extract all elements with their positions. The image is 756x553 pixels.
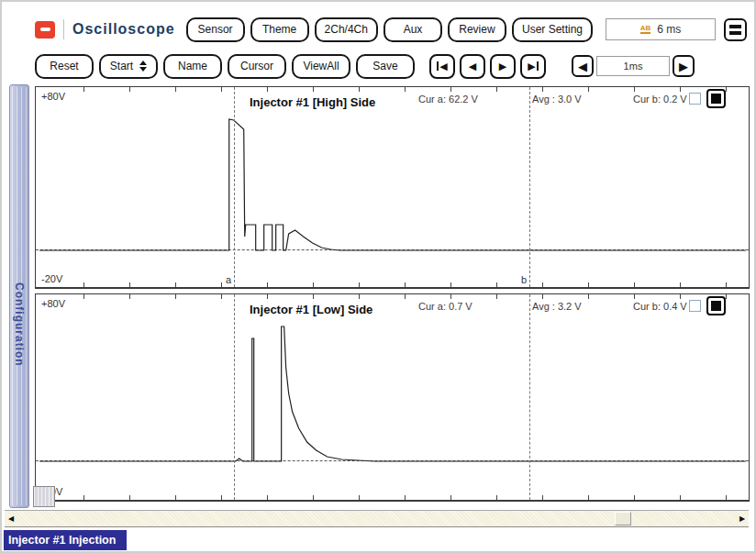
timescale-increase-button[interactable]: ▶: [673, 55, 695, 77]
readout-cur-b: Cur b: 0.4 V: [633, 301, 687, 312]
theme-button[interactable]: Theme: [250, 17, 309, 42]
minimize-dash-icon: [40, 28, 50, 31]
chart-title: Injector #1 [Low] Side: [250, 303, 372, 316]
scroll-thumb[interactable]: [615, 512, 631, 525]
scroll-left-button[interactable]: ◀: [5, 511, 17, 526]
sensor-button[interactable]: Sensor: [186, 17, 245, 42]
scroll-left-icon: ◀: [8, 514, 14, 523]
waveform-low-side: [36, 294, 749, 500]
readout-cur-a: Cur a: 0.7 V: [418, 301, 472, 312]
timescale-decrease-button[interactable]: ◀: [572, 55, 594, 77]
window-title: Oscilloscope: [72, 21, 175, 38]
y-max-label: +80V: [41, 91, 65, 102]
cursor-b-line[interactable]: [529, 294, 530, 500]
step-back-icon: ◀: [469, 61, 476, 72]
sidebar-tab-configuration[interactable]: Configuration: [9, 84, 29, 508]
chart-panel-high-side: +80V -20V Injector #1 [High] Side Cur a:…: [35, 86, 750, 289]
review-button[interactable]: Review: [448, 17, 506, 42]
chart-title: Injector #1 [High] Side: [250, 95, 375, 109]
scroll-right-button[interactable]: ▶: [736, 511, 749, 526]
playback-nav: ◀ ◀ ▶ ▶: [429, 54, 546, 79]
app-icon[interactable]: [35, 21, 55, 39]
corner-grip[interactable]: [33, 486, 55, 507]
oscilloscope-window: Oscilloscope Sensor Theme 2Ch/4Ch Aux Re…: [0, 0, 756, 553]
h-scrollbar[interactable]: ◀ ▶: [5, 510, 749, 527]
chart-area: +80V -20V Injector #1 [High] Side Cur a:…: [35, 86, 750, 510]
skip-to-start-button[interactable]: ◀: [429, 54, 455, 79]
reset-button[interactable]: Reset: [35, 54, 94, 79]
readout-cur-b: Cur b: 0.2 V: [633, 94, 687, 105]
time-display[interactable]: AB 6 ms: [606, 18, 716, 40]
skip-to-start-icon: [437, 61, 439, 71]
cursor-a-label: a: [226, 274, 231, 285]
save-button[interactable]: Save: [356, 54, 415, 79]
time-display-value: 6 ms: [657, 23, 681, 36]
start-spinner-icon[interactable]: [139, 61, 147, 72]
right-arrow-icon: ▶: [679, 60, 688, 73]
timescale-value[interactable]: 1ms: [596, 56, 670, 76]
skip-to-end-button[interactable]: ▶: [520, 54, 546, 79]
channel-checkbox[interactable]: [689, 300, 701, 312]
aux-button[interactable]: Aux: [384, 17, 442, 42]
divider: [63, 19, 64, 39]
cursor-a-line[interactable]: [234, 87, 235, 287]
skip-to-end-icon: [537, 61, 539, 71]
filled-square-icon: [711, 94, 721, 104]
user-setting-button[interactable]: User Setting: [512, 17, 593, 42]
ab-cursors-icon: AB: [640, 25, 651, 34]
step-forward-button[interactable]: ▶: [490, 54, 516, 79]
channel-square-button[interactable]: [706, 296, 726, 315]
status-badge: Injector #1 Injection: [4, 530, 127, 550]
channel-square-button[interactable]: [706, 89, 726, 108]
name-button[interactable]: Name: [163, 54, 222, 79]
menu-button[interactable]: [724, 18, 747, 41]
start-button-label: Start: [110, 60, 133, 72]
scroll-right-icon: ▶: [739, 514, 745, 523]
cursor-b-line[interactable]: [529, 87, 530, 287]
readout-cur-a: Cur a: 62.2 V: [418, 94, 478, 105]
left-triangle-icon: ◀: [439, 61, 447, 72]
top-toolbar: Oscilloscope Sensor Theme 2Ch/4Ch Aux Re…: [35, 13, 747, 46]
menu-icon: [729, 31, 741, 35]
readout-avg: Avg : 3.0 V: [532, 94, 582, 105]
readout-avg: Avg : 3.2 V: [532, 301, 582, 312]
timescale-control: ◀ 1ms ▶: [572, 55, 695, 77]
channel-checkbox[interactable]: [689, 93, 701, 105]
cursor-b-label: b: [521, 274, 527, 285]
left-arrow-icon: ◀: [578, 60, 587, 73]
waveform-high-side: [36, 87, 749, 287]
channel-toggle-button[interactable]: 2Ch/4Ch: [315, 17, 378, 42]
status-bar: Injector #1 Injection: [4, 530, 752, 551]
second-toolbar: Reset Start Name Cursor ViewAll Save ◀ ◀…: [35, 51, 747, 81]
y-min-label: -20V: [41, 273, 62, 284]
step-forward-icon: ▶: [499, 61, 506, 72]
y-max-label: +80V: [41, 298, 65, 309]
viewall-button[interactable]: ViewAll: [292, 54, 350, 79]
step-back-button[interactable]: ◀: [460, 54, 485, 79]
cursor-button[interactable]: Cursor: [228, 54, 286, 79]
sidebar-tab-label: Configuration: [13, 282, 26, 507]
cursor-a-line[interactable]: [234, 294, 235, 500]
chart-panel-low-side: +80V -20V Injector #1 [Low] Side Cur a: …: [35, 293, 750, 502]
filled-square-icon: [711, 301, 721, 311]
start-button[interactable]: Start: [99, 54, 158, 79]
right-triangle-icon: ▶: [528, 61, 535, 72]
menu-icon: [729, 25, 741, 28]
